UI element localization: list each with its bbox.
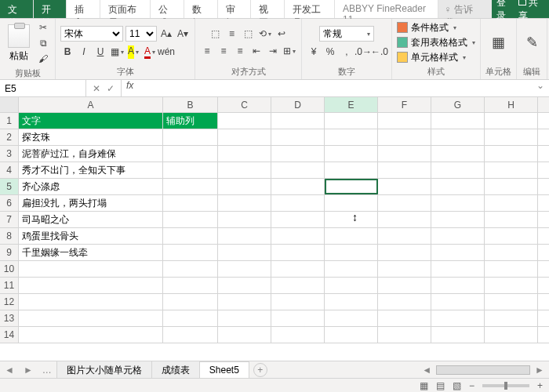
- cell[interactable]: [378, 278, 431, 293]
- cell[interactable]: [163, 294, 218, 310]
- cell[interactable]: [325, 245, 378, 260]
- col-header-F[interactable]: F: [378, 97, 431, 112]
- cell[interactable]: [163, 146, 218, 162]
- cell[interactable]: [271, 146, 325, 162]
- cell[interactable]: [218, 245, 271, 260]
- cell[interactable]: [218, 310, 271, 326]
- tab-abbyy[interactable]: ABBYY FineReader 11: [335, 0, 438, 18]
- tell-me[interactable]: ♀ 告诉我...: [438, 0, 493, 18]
- cell[interactable]: [218, 228, 271, 244]
- cell[interactable]: [271, 261, 325, 277]
- cancel-formula-button[interactable]: ✕: [93, 83, 100, 94]
- cell[interactable]: [218, 179, 271, 194]
- cell[interactable]: [271, 228, 325, 244]
- cell[interactable]: 辅助列: [163, 113, 218, 129]
- cell[interactable]: [325, 113, 378, 129]
- row-header[interactable]: 1: [0, 113, 19, 129]
- cell[interactable]: [163, 228, 218, 244]
- tab-home[interactable]: 开始: [34, 0, 67, 18]
- cell[interactable]: [325, 310, 378, 326]
- cell[interactable]: [378, 212, 431, 227]
- cell[interactable]: [431, 228, 485, 244]
- row-header[interactable]: 12: [0, 294, 19, 310]
- row-header[interactable]: 11: [0, 278, 19, 293]
- sheet-tab-3[interactable]: Sheet5: [199, 361, 249, 379]
- row-header[interactable]: 10: [0, 261, 19, 277]
- cell[interactable]: [271, 294, 325, 310]
- cell[interactable]: [19, 294, 163, 310]
- cell[interactable]: [378, 195, 431, 211]
- cond-format-button[interactable]: 条件格式▾: [397, 21, 456, 34]
- underline-button[interactable]: U: [93, 45, 107, 59]
- select-all-corner[interactable]: [0, 97, 19, 112]
- cell[interactable]: [485, 294, 538, 310]
- col-header-C[interactable]: C: [218, 97, 271, 112]
- cell[interactable]: [485, 228, 538, 244]
- cell[interactable]: [431, 310, 485, 326]
- cell[interactable]: [163, 278, 218, 293]
- formula-input[interactable]: [138, 80, 532, 96]
- row-header[interactable]: 6: [0, 195, 19, 211]
- cell[interactable]: [485, 245, 538, 260]
- increase-font-button[interactable]: A▴: [159, 27, 173, 41]
- editing-button[interactable]: ✎: [522, 32, 542, 53]
- cell[interactable]: [485, 310, 538, 326]
- zoom-in-button[interactable]: +: [537, 380, 543, 391]
- tab-formulas[interactable]: 公式: [151, 0, 184, 18]
- cell[interactable]: [325, 327, 378, 343]
- cell[interactable]: [431, 146, 485, 162]
- col-header-A[interactable]: A: [19, 97, 163, 112]
- align-center-button[interactable]: ≡: [216, 44, 231, 58]
- cell[interactable]: [325, 228, 378, 244]
- cell[interactable]: [271, 212, 325, 227]
- cell[interactable]: [378, 129, 431, 145]
- cell[interactable]: [271, 113, 325, 129]
- cell[interactable]: [431, 212, 485, 227]
- cell[interactable]: [163, 327, 218, 343]
- cell[interactable]: [485, 179, 538, 194]
- sheet-nav-next[interactable]: ►: [19, 365, 38, 376]
- col-header-G[interactable]: G: [431, 97, 485, 112]
- cell[interactable]: [485, 212, 538, 227]
- add-sheet-button[interactable]: +: [253, 363, 267, 377]
- cell[interactable]: [378, 245, 431, 260]
- cell[interactable]: [431, 129, 485, 145]
- sheet-nav-more[interactable]: …: [38, 365, 56, 376]
- cut-button[interactable]: ✂: [36, 20, 50, 34]
- increase-indent-button[interactable]: ⇥: [266, 44, 280, 58]
- cell[interactable]: [325, 278, 378, 293]
- number-format-select[interactable]: 常规▾: [319, 26, 374, 42]
- percent-button[interactable]: %: [323, 45, 337, 59]
- tab-dev[interactable]: 开发工具: [285, 0, 335, 18]
- cell[interactable]: [485, 113, 538, 129]
- zoom-slider[interactable]: [482, 384, 529, 387]
- decrease-decimal-button[interactable]: ←.0: [373, 45, 387, 59]
- cell[interactable]: [431, 162, 485, 178]
- sheet-tab-1[interactable]: 图片大小随单元格: [56, 361, 152, 379]
- border-button[interactable]: ▦▾: [110, 45, 124, 59]
- cell[interactable]: [378, 327, 431, 343]
- cells-button[interactable]: ▦: [489, 32, 509, 53]
- fx-button[interactable]: fx: [122, 80, 138, 96]
- cell[interactable]: [431, 294, 485, 310]
- cell[interactable]: 扁担没扎，两头打塌: [19, 195, 163, 211]
- cell-styles-button[interactable]: 单元格样式▾: [397, 51, 466, 64]
- currency-button[interactable]: ¥: [307, 45, 321, 59]
- tab-review[interactable]: 审阅: [218, 0, 252, 18]
- cell[interactable]: [485, 162, 538, 178]
- worksheet-grid[interactable]: ↕ ABCDEFGH 1文字辅助列2探玄珠3泥菩萨过江，自身难保4秀才不出门，全…: [0, 97, 549, 361]
- cell[interactable]: [485, 129, 538, 145]
- cell[interactable]: [325, 179, 378, 194]
- cell[interactable]: [163, 129, 218, 145]
- cell[interactable]: [431, 245, 485, 260]
- cell[interactable]: [271, 245, 325, 260]
- tab-data[interactable]: 数据: [184, 0, 218, 18]
- cell[interactable]: 鸡蛋里找骨头: [19, 228, 163, 244]
- hscroll-left[interactable]: ◄: [417, 365, 436, 376]
- name-box-input[interactable]: [0, 80, 86, 96]
- format-painter-button[interactable]: 🖌: [36, 52, 50, 66]
- cell[interactable]: [218, 146, 271, 162]
- cell[interactable]: 千里姻缘一线牵: [19, 245, 163, 260]
- cell[interactable]: [271, 195, 325, 211]
- col-header-H[interactable]: H: [485, 97, 538, 112]
